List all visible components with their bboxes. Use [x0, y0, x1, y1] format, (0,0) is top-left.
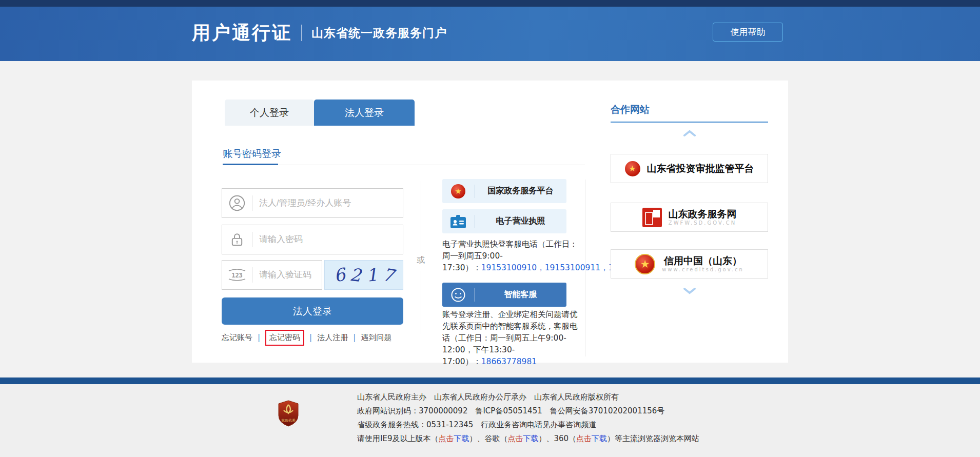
note-line: 周一到周五9:00- — [442, 250, 612, 262]
browser-note-text: ）、谷歌（ — [469, 434, 507, 443]
e-license-label: 电子营业执照 — [475, 216, 566, 227]
captcha-char: 7 — [381, 264, 395, 286]
national-platform-label: 国家政务服务平台 — [475, 186, 566, 196]
brand: 用户通行证 山东省统一政务服务门户 — [192, 21, 447, 45]
header-top-strip — [0, 0, 980, 7]
partner-item-zwfw[interactable]: 山东政务服务网 ZWFW.SD.GOV.CN — [611, 203, 768, 232]
smart-service-label: 智能客服 — [475, 289, 566, 300]
link-separator: | — [309, 333, 312, 342]
e-license-phone-numbers[interactable]: 19153100910，19153100911，1915310 — [481, 263, 612, 272]
partner-url: www.creditsd.gov.cn — [662, 267, 744, 273]
note-prefix: 17:00）： — [442, 357, 481, 366]
id-card-icon — [442, 214, 474, 229]
smart-service-note: 账号登录注册、企业绑定相关问题请优 先联系页面中的智能客服系统，客服电 话（工作… — [442, 309, 615, 368]
note-line: 17:00）：18663778981 — [442, 356, 615, 368]
national-emblem-icon: ★ — [625, 161, 640, 176]
user-icon — [222, 194, 252, 212]
captcha-char: 1 — [365, 264, 379, 286]
account-input-row — [222, 188, 403, 218]
footer-line-4: 请使用IE9及以上版本（点击下载）、谷歌（点击下载）、360（点击下载）等主流浏… — [357, 432, 699, 446]
tab-personal-login[interactable]: 个人登录 — [225, 100, 314, 126]
app-header: 用户通行证 山东省统一政务服务门户 使用帮助 — [0, 7, 980, 61]
partner-name: 山东省投资审批监管平台 — [647, 162, 754, 175]
section-title-account-login: 账号密码登录 — [223, 147, 281, 161]
brand-divider — [301, 25, 302, 41]
seal-logo-icon — [642, 208, 662, 227]
partner-item-investment-platform[interactable]: ★ 山东省投资审批监管平台 — [611, 154, 768, 183]
portal-subtitle: 山东省统一政务服务门户 — [311, 25, 447, 41]
tab-legal-login[interactable]: 法人登录 — [314, 100, 415, 126]
captcha-input[interactable] — [252, 270, 322, 280]
login-links: 忘记账号 | 忘记密码 | 法人注册 | 遇到问题 — [222, 328, 391, 347]
360-download-link[interactable]: 点击下载 — [576, 434, 607, 443]
partner-name: 信用中国（山东） — [664, 255, 742, 267]
national-emblem-icon: ★ — [442, 184, 474, 198]
link-separator: | — [258, 333, 260, 342]
help-button[interactable]: 使用帮助 — [713, 23, 783, 42]
legal-login-button[interactable]: 法人登录 — [222, 297, 403, 325]
link-separator: | — [353, 333, 356, 342]
password-input-row — [222, 225, 403, 254]
note-prefix: 17:30）： — [442, 263, 481, 272]
national-platform-button[interactable]: ★ 国家政务服务平台 — [442, 179, 566, 203]
footer-line-1: 山东省人民政府主办 山东省人民政府办公厅承办 山东省人民政府版权所有 — [357, 390, 699, 404]
problem-link[interactable]: 遇到问题 — [361, 333, 391, 343]
chevron-up-icon[interactable] — [683, 130, 696, 137]
robot-icon — [442, 287, 474, 303]
forgot-password-annotation-box: 忘记密码 — [265, 330, 304, 346]
browser-note-text: ）等主流浏览器浏览本网站 — [607, 434, 699, 443]
e-license-button[interactable]: 电子营业执照 — [442, 209, 566, 233]
svg-text:123: 123 — [231, 272, 243, 279]
partner-item-credit-china[interactable]: ★ 信用中国（山东） www.creditsd.gov.cn — [611, 249, 768, 279]
footer-accent-bar — [0, 377, 980, 384]
chevron-down-icon[interactable] — [683, 287, 696, 294]
gov-badge-icon: 党政机关 — [277, 400, 300, 427]
browser-note-text: ）、360（ — [538, 434, 576, 443]
footer-line-2: 政府网站识别码：3700000092 鲁ICP备05051451 鲁公网安备37… — [357, 404, 699, 418]
captcha-char: 2 — [349, 264, 362, 286]
smart-service-button[interactable]: 智能客服 — [442, 283, 566, 307]
page: 用户通行证 山东省统一政务服务门户 使用帮助 个人登录 法人登录 账号密码登录 — [0, 0, 980, 457]
captcha-123-icon: 123 — [222, 268, 252, 282]
credit-emblem-icon: ★ — [635, 254, 655, 274]
note-line: 先联系页面中的智能客服系统，客服电 — [442, 321, 615, 332]
svg-text:党政机关: 党政机关 — [281, 418, 296, 423]
forgot-password-link[interactable]: 忘记密码 — [269, 333, 300, 342]
partner-name: 山东政务服务网 — [669, 209, 737, 220]
footer: 党政机关 山东省人民政府主办 山东省人民政府办公厅承办 山东省人民政府版权所有 … — [0, 384, 980, 457]
note-line: 话（工作日：周一到周五上午9:00- — [442, 332, 615, 344]
captcha-input-row: 123 — [222, 260, 322, 290]
smart-service-phone[interactable]: 18663778981 — [481, 357, 537, 366]
captcha-image[interactable]: 6 2 1 7 — [324, 260, 403, 290]
or-label: 或 — [416, 250, 426, 271]
forgot-account-link[interactable]: 忘记账号 — [222, 333, 252, 343]
page-title: 用户通行证 — [192, 21, 292, 46]
lock-icon — [222, 231, 252, 248]
footer-line-3: 省级政务服务热线：0531-12345 行政业务咨询电话见办事咨询频道 — [357, 418, 699, 432]
legal-register-link[interactable]: 法人注册 — [317, 333, 348, 343]
note-line: 电子营业执照快登客服电话（工作日： — [442, 239, 612, 250]
partners-underline — [611, 122, 768, 123]
account-input[interactable] — [252, 198, 403, 208]
captcha-char: 6 — [332, 264, 346, 286]
note-line: 账号登录注册、企业绑定相关问题请优 — [442, 309, 615, 321]
ie-download-link[interactable]: 点击下载 — [438, 434, 469, 443]
footer-text: 山东省人民政府主办 山东省人民政府办公厅承办 山东省人民政府版权所有 政府网站识… — [357, 390, 699, 446]
chrome-download-link[interactable]: 点击下载 — [507, 434, 538, 443]
note-line: 17:30）：19153100910，19153100911，1915310 — [442, 262, 612, 274]
section-underline — [223, 164, 278, 165]
partners-title: 合作网站 — [611, 103, 650, 116]
partner-url: ZWFW.SD.GOV.CN — [669, 220, 736, 226]
password-input[interactable] — [252, 234, 403, 245]
e-license-note: 电子营业执照快登客服电话（工作日： 周一到周五9:00- 17:30）：1915… — [442, 239, 612, 274]
login-card: 个人登录 法人登录 账号密码登录 — [192, 81, 788, 363]
browser-note-text: 请使用IE9及以上版本（ — [357, 434, 438, 443]
note-line: 12:00，下午13:30- — [442, 344, 615, 356]
